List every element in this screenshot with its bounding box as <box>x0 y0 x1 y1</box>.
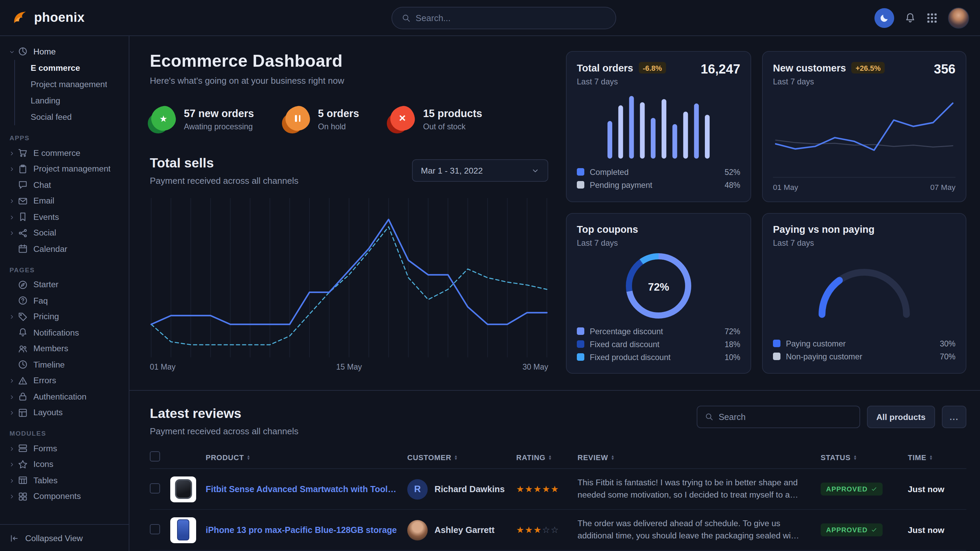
sidebar-item-label: Icons <box>33 460 54 469</box>
date-range-value: Mar 1 - 31, 2022 <box>421 166 483 175</box>
sidebar-item-faq[interactable]: Faq <box>0 293 129 309</box>
stat-awating-processing: ★57 new ordersAwating processing <box>150 106 254 132</box>
chevron-right-icon <box>9 345 18 352</box>
x-blob-icon: × <box>389 106 415 132</box>
rating-stars: ★★★☆☆ <box>516 525 578 535</box>
chevron-right-icon <box>9 329 18 336</box>
sidebar-item-label: Notifications <box>33 328 79 338</box>
sidebar-item-label: Components <box>33 492 81 501</box>
new-customers-chart <box>773 95 956 168</box>
dashboard-top: Ecommerce Dashboard Here's what's going … <box>150 51 966 374</box>
sidebar-item-e-commerce[interactable]: E commerce <box>0 145 129 161</box>
row-checkbox[interactable] <box>150 483 160 493</box>
chevron-right-icon <box>9 394 18 400</box>
select-all-checkbox[interactable] <box>150 451 160 462</box>
share-icon <box>18 228 28 238</box>
product-link[interactable]: Fitbit Sense Advanced Smartwatch with To… <box>206 484 407 494</box>
theme-toggle-button[interactable] <box>875 8 894 27</box>
brand[interactable]: phoenix <box>11 9 128 27</box>
column-header-status[interactable]: STATUS▴▾ <box>821 453 908 461</box>
reviews-search-input[interactable] <box>719 412 852 422</box>
grid-icon <box>926 12 938 24</box>
sidebar-item-landing[interactable]: Landing <box>15 92 129 109</box>
column-header-product[interactable]: PRODUCT▴▾ <box>206 453 407 461</box>
sidebar-item-project-management[interactable]: Project management <box>0 161 129 177</box>
status-badge: APPROVED <box>821 483 883 495</box>
legend-item-paying-customer: Paying customer30% <box>773 337 956 350</box>
legend-label: Paying customer <box>786 339 846 348</box>
sidebar: HomeE commerceProject managementLandingS… <box>0 36 129 551</box>
stat-text: 5 ordersOn hold <box>318 108 359 131</box>
column-header-review[interactable]: REVIEW▴▾ <box>578 453 821 461</box>
card-title-row: Paying vs non paying <box>773 224 956 235</box>
sidebar-item-chat[interactable]: Chat <box>0 177 129 193</box>
product-image <box>170 517 196 543</box>
sidebar-item-email[interactable]: Email <box>0 193 129 209</box>
status-badge: APPROVED <box>821 524 883 537</box>
all-products-button[interactable]: All products <box>867 406 935 428</box>
legend-swatch <box>577 168 584 176</box>
notifications-button[interactable] <box>904 12 916 24</box>
sidebar-item-timeline[interactable]: Timeline <box>0 357 129 373</box>
product-cell: iPhone 13 pro max-Pacific Blue-128GB sto… <box>206 525 407 535</box>
sidebar-item-project-management[interactable]: Project management <box>15 76 129 92</box>
sidebar-item-layouts[interactable]: Layouts <box>0 405 129 421</box>
sidebar-item-components[interactable]: Components <box>0 488 129 504</box>
chevron-down-icon <box>531 167 539 175</box>
product-link[interactable]: iPhone 13 pro max-Pacific Blue-128GB sto… <box>206 525 407 535</box>
user-avatar[interactable] <box>948 7 969 28</box>
status-cell: APPROVED <box>821 524 908 537</box>
global-search[interactable] <box>391 6 616 29</box>
reviews-table: PRODUCT▴▾CUSTOMER▴▾RATING▴▾REVIEW▴▾STATU… <box>150 446 966 551</box>
reviews-table-body: Fitbit Sense Advanced Smartwatch with To… <box>150 469 966 551</box>
sort-icon: ▴▾ <box>930 454 932 460</box>
paying-gauge-chart <box>807 257 922 322</box>
table-icon <box>18 475 28 486</box>
sidebar-item-pricing[interactable]: Pricing <box>0 309 129 325</box>
page-title: Ecommerce Dashboard <box>150 51 548 71</box>
collapsed-view-button[interactable]: Collapsed View <box>0 524 129 551</box>
sidebar-item-starter[interactable]: Starter <box>0 277 129 293</box>
xtick: 01 May <box>773 183 798 191</box>
total-sells-title: Total sells <box>150 155 298 171</box>
sidebar-item-e-commerce[interactable]: E commerce <box>15 60 129 76</box>
date-range-select[interactable]: Mar 1 - 31, 2022 <box>412 159 548 182</box>
total-orders-card: Total orders -6.8% Last 7 days 16,247 Co… <box>566 51 751 202</box>
sidebar-item-icons[interactable]: Icons <box>0 456 129 472</box>
column-header-customer[interactable]: CUSTOMER▴▾ <box>407 453 516 461</box>
sidebar-item-social[interactable]: Social <box>0 225 129 241</box>
sidebar-item-events[interactable]: Events <box>0 209 129 225</box>
xtick: 07 May <box>930 183 956 191</box>
chevron-right-icon <box>9 230 18 237</box>
card-period: Last 7 days <box>577 238 740 248</box>
total-sells-chart <box>150 197 548 359</box>
column-header-rating[interactable]: RATING▴▾ <box>516 453 578 461</box>
chevron-right-icon <box>9 166 18 173</box>
reviews-subtitle: Payment received across all channels <box>150 426 298 436</box>
sidebar-item-members[interactable]: Members <box>0 341 129 357</box>
column-header-time[interactable]: TIME▴▾ <box>908 453 966 461</box>
sidebar-item-social-feed[interactable]: Social feed <box>15 109 129 125</box>
legend-swatch <box>773 353 780 360</box>
row-checkbox[interactable] <box>150 524 160 534</box>
global-search-input[interactable] <box>416 13 606 23</box>
sidebar-item-calendar[interactable]: Calendar <box>0 241 129 257</box>
top-coupons-legend: Percentage discount72%Fixed card discoun… <box>577 325 740 364</box>
sidebar-item-label: Social <box>33 229 56 238</box>
sidebar-item-tables[interactable]: Tables <box>0 472 129 488</box>
brand-name: phoenix <box>34 10 85 25</box>
sidebar-item-authentication[interactable]: Authentication <box>0 389 129 405</box>
apps-grid-button[interactable] <box>926 12 938 24</box>
more-options-button[interactable]: ... <box>942 406 966 428</box>
sidebar-item-home[interactable]: Home <box>0 43 129 60</box>
customer-avatar <box>407 520 428 540</box>
chevron-right-icon <box>9 477 18 484</box>
sidebar-item-notifications[interactable]: Notifications <box>0 325 129 341</box>
sidebar-item-errors[interactable]: Errors <box>0 373 129 389</box>
chevron-right-icon <box>9 445 18 452</box>
sidebar-item-forms[interactable]: Forms <box>0 440 129 456</box>
layout-icon <box>18 408 28 418</box>
sidebar-item-label: Timeline <box>33 360 65 370</box>
bell-icon <box>904 12 916 24</box>
reviews-search[interactable] <box>696 406 860 428</box>
